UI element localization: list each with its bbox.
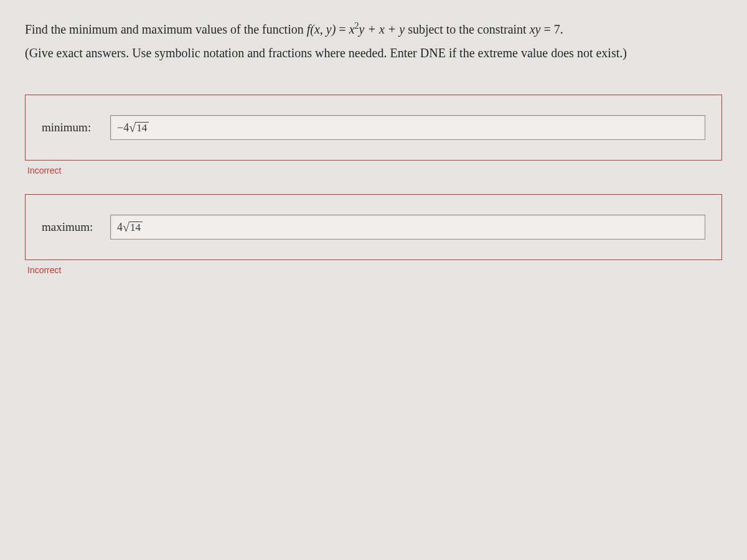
text-pre: Find the minimum and maximum values of t… (25, 22, 307, 36)
minimum-label: minimum: (42, 121, 100, 134)
minimum-feedback: Incorrect (27, 166, 722, 175)
radical-icon: √ (123, 221, 129, 233)
page-root: Find the minimum and maximum values of t… (0, 0, 747, 560)
problem-statement: Find the minimum and maximum values of t… (25, 17, 722, 65)
maximum-answer-row: maximum: 4 √ 14 (42, 215, 705, 240)
minimum-radicand: 14 (135, 122, 149, 134)
problem-line-2: (Give exact answers. Use symbolic notati… (25, 41, 722, 65)
sqrt-icon: √ 14 (129, 121, 149, 134)
maximum-input[interactable]: 4 √ 14 (110, 215, 705, 240)
minimum-answer-block: minimum: −4 √ 14 (25, 95, 722, 161)
minimum-answer-row: minimum: −4 √ 14 (42, 115, 705, 140)
math-xy: xy (530, 22, 541, 36)
maximum-answer-block: maximum: 4 √ 14 (25, 194, 722, 260)
maximum-label: maximum: (42, 220, 100, 234)
math-eq7: = 7. (540, 22, 563, 36)
math-exp2: 2 (355, 21, 359, 30)
minimum-input[interactable]: −4 √ 14 (110, 115, 705, 140)
radical-icon: √ (129, 121, 136, 134)
math-fxy: f(x, y) (307, 22, 336, 36)
eq-sign: = (339, 22, 349, 36)
sqrt-icon: √ 14 (123, 220, 143, 234)
text-subject: subject to the constraint (408, 22, 530, 36)
minimum-coef: −4 (117, 121, 129, 134)
math-after-sq: y + x + y (359, 22, 405, 36)
maximum-feedback: Incorrect (27, 265, 722, 275)
maximum-coef: 4 (117, 221, 123, 234)
math-x: x (349, 22, 355, 36)
problem-line-1: Find the minimum and maximum values of t… (25, 17, 722, 41)
maximum-radicand: 14 (129, 222, 143, 234)
